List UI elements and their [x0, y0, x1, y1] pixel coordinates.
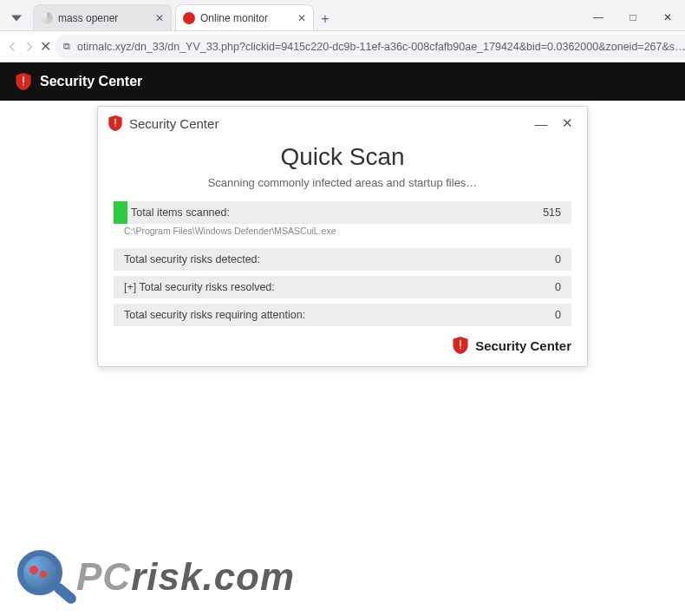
close-icon[interactable]: ✕ — [155, 12, 164, 24]
shield-icon — [108, 115, 122, 131]
watermark-text: PCrisk.com — [76, 555, 295, 599]
dialog-titlebar: Security Center — ✕ — [98, 107, 587, 140]
scan-row-resolved: [+] Total security risks resolved: 0 — [114, 276, 571, 298]
current-scan-path: C:\Program Files\Windows Defender\MSASCu… — [98, 226, 587, 248]
minimize-button[interactable]: ― — [581, 4, 616, 30]
shield-icon — [183, 12, 195, 24]
svg-rect-5 — [460, 340, 460, 346]
shield-icon — [16, 73, 31, 90]
page-header: Security Center — [0, 62, 685, 101]
shield-icon — [453, 337, 468, 354]
scan-row-items: Total items scanned: 515 — [114, 201, 571, 224]
url-text: otirnalc.xyz/dn_33/dn_YV_33.php?clickid=… — [77, 41, 685, 53]
site-info-icon[interactable]: ⧉ — [63, 41, 70, 52]
tab-label: Online monitor — [200, 12, 292, 24]
address-bar[interactable]: ⧉ otirnalc.xyz/dn_33/dn_YV_33.php?clicki… — [55, 35, 685, 59]
svg-rect-3 — [114, 119, 115, 124]
dialog-footer-brand: Security Center — [98, 331, 587, 354]
row-label: [+] Total security risks resolved: — [124, 281, 275, 293]
dialog-title: Security Center — [129, 116, 219, 131]
scan-row-detected: Total security risks detected: 0 — [114, 248, 571, 271]
scan-row-attention: Total security risks requiring attention… — [114, 304, 571, 326]
page-content: Security Center — ✕ Quick Scan Scanning … — [0, 101, 685, 616]
tab-search-button[interactable] — [3, 6, 29, 30]
watermark: PCrisk.com — [17, 550, 295, 604]
svg-rect-4 — [114, 126, 115, 127]
close-window-button[interactable]: ✕ — [650, 4, 685, 30]
row-value: 515 — [543, 206, 561, 219]
forward-button[interactable] — [23, 35, 36, 59]
svg-rect-6 — [460, 348, 460, 349]
back-button[interactable] — [5, 35, 19, 59]
close-icon[interactable]: ✕ — [558, 115, 577, 131]
new-tab-button[interactable]: + — [314, 8, 336, 30]
magnifier-icon — [17, 550, 71, 604]
stop-reload-button[interactable]: ✕ — [40, 35, 51, 59]
minimize-icon[interactable]: — — [532, 116, 551, 131]
row-label: Total security risks requiring attention… — [124, 309, 305, 321]
tab-online-monitor[interactable]: Online monitor ✕ — [175, 4, 314, 30]
dialog-subheading: Scanning commonly infected areas and sta… — [98, 176, 587, 189]
security-scan-dialog: Security Center — ✕ Quick Scan Scanning … — [97, 106, 588, 367]
svg-rect-1 — [23, 76, 23, 82]
dialog-heading: Quick Scan — [98, 143, 587, 171]
maximize-button[interactable]: □ — [616, 4, 650, 30]
window-controls: ― □ ✕ — [581, 4, 685, 30]
tab-label: mass opener — [58, 12, 150, 24]
close-icon[interactable]: ✕ — [297, 12, 306, 24]
row-value: 0 — [555, 309, 561, 321]
tab-mass-opener[interactable]: mass opener ✕ — [33, 4, 172, 30]
svg-rect-2 — [23, 84, 23, 85]
row-label: Total items scanned: — [131, 206, 230, 219]
page-title: Security Center — [40, 74, 142, 89]
row-value: 0 — [555, 253, 561, 265]
row-label: Total security risks detected: — [124, 253, 260, 265]
browser-titlebar: mass opener ✕ Online monitor ✕ + ― □ ✕ — [0, 0, 685, 31]
search-icon — [41, 12, 53, 24]
row-value: 0 — [555, 281, 561, 293]
footer-brand-text: Security Center — [475, 338, 571, 353]
browser-toolbar: ✕ ⧉ otirnalc.xyz/dn_33/dn_YV_33.php?clic… — [0, 31, 685, 62]
